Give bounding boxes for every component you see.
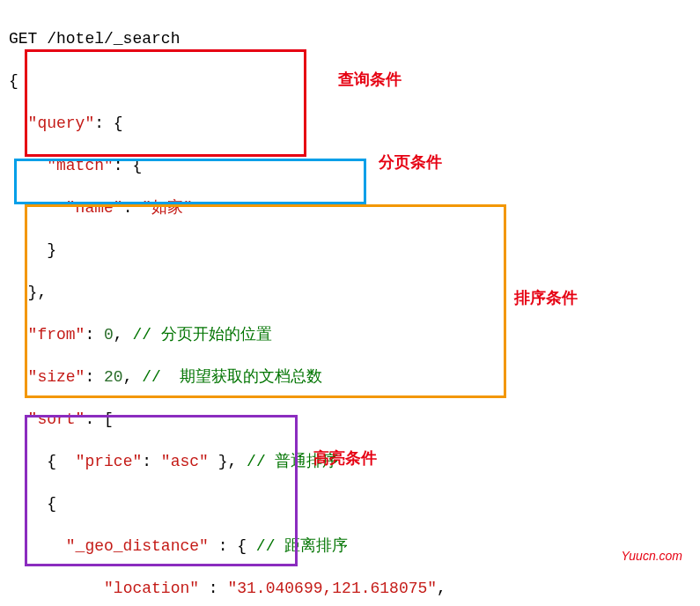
- request-line: GET /hotel/_search: [9, 28, 691, 49]
- watermark: Yuucn.com: [621, 545, 682, 566]
- code-block: GET /hotel/_search { "query": { "match":…: [9, 7, 691, 606]
